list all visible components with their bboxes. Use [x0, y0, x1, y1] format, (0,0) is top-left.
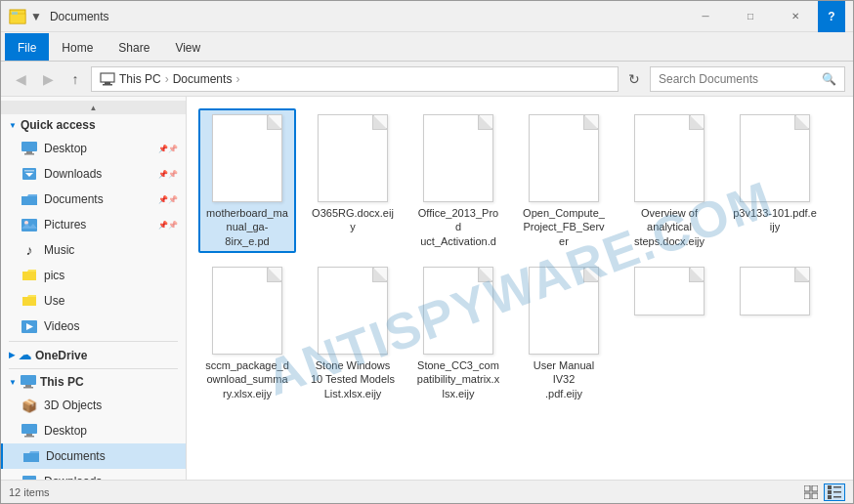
path-this-pc[interactable]: This PC — [119, 72, 161, 86]
sidebar-item-use[interactable]: Use — [1, 288, 186, 314]
svg-rect-25 — [804, 485, 810, 491]
svg-rect-30 — [833, 486, 841, 488]
path-documents[interactable]: Documents — [173, 72, 233, 86]
sidebar: ▲ ▼ Quick access Desktop 📌 Downloads 📌 — [1, 97, 187, 480]
sidebar-item-desktop[interactable]: Desktop 📌 — [1, 136, 186, 161]
forward-button[interactable]: ▶ — [36, 67, 60, 91]
svg-rect-20 — [21, 424, 37, 434]
svg-rect-29 — [828, 485, 832, 489]
file-thumbnail — [740, 267, 810, 315]
up-button[interactable]: ↑ — [64, 67, 87, 91]
svg-rect-18 — [25, 385, 31, 387]
sidebar-item-downloads[interactable]: Downloads 📌 — [1, 161, 186, 187]
downloads-bottom-icon — [21, 474, 38, 480]
svg-rect-26 — [812, 485, 818, 491]
sidebar-item-videos[interactable]: Videos — [1, 314, 186, 339]
minimize-button[interactable]: ─ — [683, 1, 728, 32]
file-thumb-corner — [584, 268, 598, 281]
file-thumbnail — [423, 267, 493, 355]
sidebar-desktop-label: Desktop — [44, 142, 158, 155]
file-item[interactable]: motherboard_manual_ga-8irx_e.pdf.eijy — [198, 108, 296, 253]
ribbon-tab-home[interactable]: Home — [49, 33, 106, 61]
path-sep-2: › — [235, 72, 239, 86]
back-button[interactable]: ◀ — [9, 67, 32, 91]
path-sep-1: › — [165, 72, 169, 86]
detail-view-button[interactable] — [824, 483, 845, 501]
window-controls: ─ □ ✕ — [683, 1, 818, 32]
close-button[interactable]: ✕ — [773, 1, 818, 32]
sidebar-item-documents[interactable]: Documents 📌 — [1, 187, 186, 212]
sidebar-use-label: Use — [44, 294, 178, 308]
file-thumb-corner — [373, 115, 387, 129]
file-item[interactable]: O365RG.docx.eijy — [304, 108, 402, 253]
file-item[interactable]: p3v133-101.pdf.eijy — [726, 108, 824, 253]
file-name: sccm_package_download_summary.xlsx.eijy — [205, 358, 289, 399]
sidebar-item-3d-objects[interactable]: 📦 3D Objects — [1, 393, 186, 418]
file-item[interactable] — [620, 261, 718, 405]
sidebar-item-pictures[interactable]: Pictures 📌 — [1, 212, 186, 237]
svg-rect-27 — [804, 493, 810, 499]
file-item[interactable]: Open_Compute_Project_FB_Server_Intel_Mot… — [515, 108, 613, 253]
file-name: User Manual IV32.pdf.eijy — [521, 358, 607, 399]
file-thumbnail — [423, 114, 493, 202]
search-box[interactable]: 🔍 — [650, 66, 845, 92]
downloads-pin-icon: 📌 — [158, 170, 168, 179]
svg-rect-4 — [105, 82, 110, 84]
use-folder-icon — [21, 293, 38, 309]
svg-rect-6 — [21, 142, 37, 151]
maximize-button[interactable]: □ — [728, 1, 773, 32]
file-item[interactable]: Stone Windows10 Tested ModelsList.xlsx.e… — [304, 261, 402, 405]
file-thumbnail — [529, 267, 599, 355]
sidebar-scroll-up[interactable]: ▲ — [1, 101, 186, 114]
ribbon-tab-file[interactable]: File — [5, 33, 49, 61]
file-thumb-corner — [479, 268, 492, 281]
file-thumbnail — [634, 267, 705, 315]
svg-rect-3 — [101, 73, 114, 82]
sidebar-downloads-label: Downloads — [44, 167, 158, 181]
status-bar: 12 items — [1, 480, 853, 503]
grid-view-icon — [804, 485, 818, 499]
file-name: O365RG.docx.eijy — [310, 206, 396, 234]
file-item[interactable] — [726, 261, 824, 405]
sidebar-music-label: Music — [44, 243, 178, 257]
file-name: Open_Compute_Project_FB_Server_Intel_Mot… — [521, 206, 607, 247]
sidebar-thispc-header[interactable]: ▼ This PC — [1, 371, 186, 393]
sidebar-onedrive-header[interactable]: ▶ ☁ OneDrive — [1, 344, 186, 366]
help-button[interactable]: ? — [818, 1, 845, 32]
refresh-button[interactable]: ↻ — [622, 67, 646, 91]
sidebar-item-pics[interactable]: pics — [1, 263, 186, 288]
sidebar-item-music[interactable]: ♪ Music — [1, 237, 186, 263]
svg-rect-7 — [26, 151, 32, 153]
sidebar-item-documents-pc[interactable]: Documents — [1, 443, 186, 469]
ribbon-tab-share[interactable]: Share — [106, 33, 162, 61]
sidebar-quick-access-header[interactable]: ▼ Quick access — [1, 114, 186, 136]
sidebar-item-desktop-pc[interactable]: Desktop — [1, 418, 186, 443]
quick-access-icon: ▼ — [30, 10, 42, 23]
sidebar-downloads-bottom-label: Downloads — [44, 475, 178, 480]
ribbon-tab-view[interactable]: View — [162, 33, 213, 61]
file-item[interactable]: Overview ofanalyticalsteps.docx.eijy — [620, 108, 718, 253]
file-item[interactable]: Stone_CC3_compatibility_matrix.xlsx.eijy — [409, 261, 507, 405]
file-item[interactable]: Office_2013_Product_Activation.docx.eijy — [409, 108, 507, 253]
grid-view-button[interactable] — [800, 483, 822, 501]
quick-access-chevron: ▼ — [9, 121, 17, 130]
svg-rect-2 — [12, 12, 18, 15]
address-path[interactable]: This PC › Documents › — [91, 66, 619, 92]
desktop-pc-icon — [21, 423, 38, 439]
onedrive-icon: ☁ — [19, 348, 31, 362]
pictures-pin-icon: 📌 — [158, 221, 168, 230]
pics-folder-icon — [21, 268, 38, 283]
file-thumb-corner — [795, 115, 809, 129]
sidebar-divider-2 — [9, 368, 178, 369]
file-item[interactable]: User Manual IV32.pdf.eijy — [515, 261, 613, 405]
3d-objects-icon: 📦 — [21, 398, 38, 413]
sidebar-pictures-label: Pictures — [44, 218, 158, 231]
file-item[interactable]: sccm_package_download_summary.xlsx.eijy — [198, 261, 296, 405]
search-input[interactable] — [659, 72, 818, 86]
downloads-icon — [21, 166, 38, 182]
sidebar-item-downloads-bottom[interactable]: Downloads — [1, 469, 186, 480]
svg-rect-5 — [103, 84, 112, 86]
status-item-count: 12 items — [9, 486, 50, 498]
svg-rect-31 — [828, 490, 832, 494]
quick-access-label: Quick access — [21, 118, 96, 132]
